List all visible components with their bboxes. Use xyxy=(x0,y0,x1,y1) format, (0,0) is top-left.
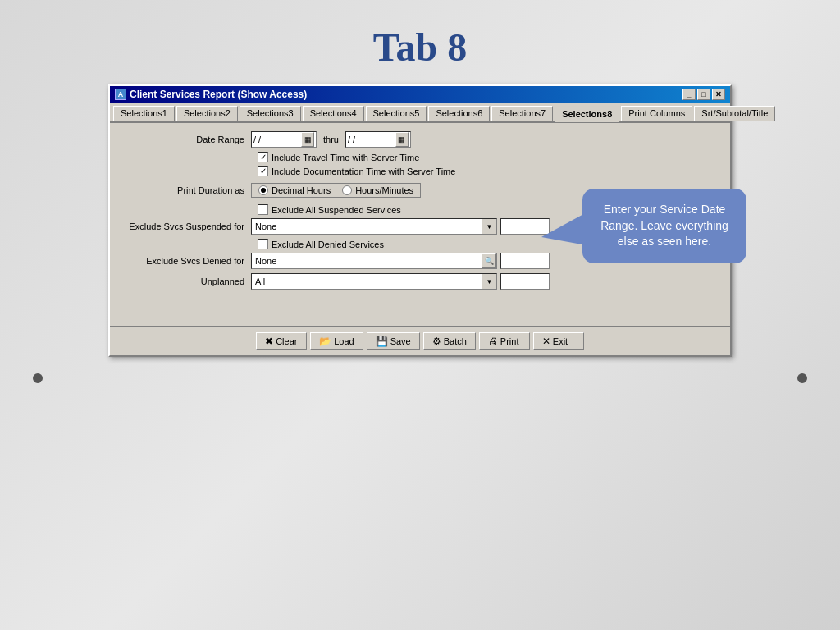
checkbox-travel-time-row: Include Travel Time with Server Time xyxy=(258,152,720,162)
exclude-denied-dropdown[interactable]: None 🔍 xyxy=(251,253,497,269)
checkbox-doc-time-label: Include Documentation Time with Server T… xyxy=(272,167,455,176)
date-from-value: / / xyxy=(253,135,301,144)
window-title: Client Services Report (Show Access) xyxy=(130,89,307,100)
tab-print-columns[interactable]: Print Columns xyxy=(621,106,692,121)
tab-selections6[interactable]: Selections6 xyxy=(428,106,490,121)
exclude-suspended-for-label: Exclude Svcs Suspended for xyxy=(120,221,251,231)
print-button[interactable]: 🖨 Print xyxy=(479,332,530,350)
date-from-picker[interactable]: ▦ xyxy=(301,132,314,147)
exclude-denied-search-btn[interactable]: 🔍 xyxy=(482,253,496,268)
checkbox-travel-time[interactable] xyxy=(258,152,268,162)
tab-selections8[interactable]: Selections8 xyxy=(555,107,619,122)
exit-button[interactable]: ✕ Exit xyxy=(533,332,584,350)
tab-selections1[interactable]: Selections1 xyxy=(113,106,175,121)
bullet-row xyxy=(0,373,840,383)
minimize-button[interactable]: _ xyxy=(682,89,696,100)
exclude-suspended-dropdown[interactable]: None ▼ xyxy=(251,218,497,235)
batch-icon: ⚙ xyxy=(432,336,441,347)
checkbox-doc-time[interactable] xyxy=(258,166,268,176)
radio-decimal-hours-label: Decimal Hours xyxy=(272,185,331,195)
window-controls: _ □ ✕ xyxy=(682,89,725,100)
page-title: Tab 8 xyxy=(373,25,467,70)
print-duration-label: Print Duration as xyxy=(120,185,251,195)
unplanned-extra-field[interactable] xyxy=(500,273,550,290)
app-icon: A xyxy=(115,89,126,100)
date-from-field[interactable]: / / ▦ xyxy=(251,131,317,148)
print-label: Print xyxy=(500,336,519,346)
spacer xyxy=(110,302,730,326)
load-label: Load xyxy=(334,336,354,346)
exit-icon: ✕ xyxy=(542,336,550,347)
save-button[interactable]: 💾 Save xyxy=(367,332,420,350)
bullet-right xyxy=(797,373,807,383)
exclude-denied-extra-field[interactable] xyxy=(500,253,550,269)
checkbox-exclude-suspended-label: Exclude All Suspended Services xyxy=(272,205,401,215)
date-to-value: / / xyxy=(348,135,395,144)
radio-hours-minutes-input[interactable] xyxy=(342,185,352,195)
save-label: Save xyxy=(390,336,411,346)
checkbox-doc-time-row: Include Documentation Time with Server T… xyxy=(258,166,720,176)
exclude-denied-for-label: Exclude Svcs Denied for xyxy=(120,256,251,266)
application-window: A Client Services Report (Show Access) _… xyxy=(108,84,732,357)
exclude-suspended-value: None xyxy=(252,221,482,232)
button-bar: ✖ Clear 📂 Load 💾 Save ⚙ Batch 🖨 Print ✕ … xyxy=(110,326,730,355)
batch-button[interactable]: ⚙ Batch xyxy=(423,332,476,350)
exit-label: Exit xyxy=(553,336,568,346)
load-icon: 📂 xyxy=(319,336,331,347)
unplanned-row: Unplanned All ▼ xyxy=(120,273,720,290)
clear-label: Clear xyxy=(276,336,297,346)
radio-hours-minutes-label: Hours/Minutes xyxy=(355,185,413,195)
checkbox-travel-time-label: Include Travel Time with Server Time xyxy=(272,153,419,162)
checkbox-exclude-suspended[interactable] xyxy=(258,204,268,215)
tab-selections3[interactable]: Selections3 xyxy=(240,106,301,121)
date-to-picker[interactable]: ▦ xyxy=(395,132,409,147)
tab-srt-subtotal[interactable]: Srt/Subtotal/Title xyxy=(694,106,775,121)
exclude-denied-value: None xyxy=(252,255,482,267)
unplanned-value: All xyxy=(252,276,482,287)
balloon-tooltip: Enter your Service Date Range. Leave eve… xyxy=(582,189,746,263)
content-area: Date Range / / ▦ thru / / ▦ Include Trav… xyxy=(110,123,730,302)
thru-label: thru xyxy=(323,135,339,144)
title-bar-left: A Client Services Report (Show Access) xyxy=(115,89,307,100)
unplanned-arrow[interactable]: ▼ xyxy=(482,274,496,289)
tab-selections4[interactable]: Selections4 xyxy=(303,106,364,121)
tab-selections5[interactable]: Selections5 xyxy=(366,106,427,121)
unplanned-dropdown[interactable]: All ▼ xyxy=(251,273,497,290)
date-to-field[interactable]: / / ▦ xyxy=(345,131,411,148)
radio-group-duration: Decimal Hours Hours/Minutes xyxy=(251,183,421,198)
date-range-label: Date Range xyxy=(120,135,251,144)
tabs-row: Selections1 Selections2 Selections3 Sele… xyxy=(110,103,730,123)
unplanned-label: Unplanned xyxy=(120,276,251,286)
title-bar: A Client Services Report (Show Access) _… xyxy=(110,86,730,103)
checkbox-exclude-denied[interactable] xyxy=(258,239,268,249)
clear-button[interactable]: ✖ Clear xyxy=(256,332,307,350)
exclude-suspended-arrow[interactable]: ▼ xyxy=(482,219,496,234)
radio-decimal-hours[interactable]: Decimal Hours xyxy=(258,185,331,195)
radio-decimal-hours-input[interactable] xyxy=(258,185,268,195)
clear-icon: ✖ xyxy=(265,336,273,347)
checkbox-exclude-denied-label: Exclude All Denied Services xyxy=(272,240,384,249)
radio-hours-minutes[interactable]: Hours/Minutes xyxy=(342,185,413,195)
load-button[interactable]: 📂 Load xyxy=(310,332,363,350)
batch-label: Batch xyxy=(444,336,467,346)
bullet-left xyxy=(33,373,43,383)
date-range-row: Date Range / / ▦ thru / / ▦ xyxy=(120,131,720,148)
balloon-text: Enter your Service Date Range. Leave eve… xyxy=(600,203,728,248)
tab-selections2[interactable]: Selections2 xyxy=(176,106,238,121)
save-icon: 💾 xyxy=(376,336,388,347)
print-icon: 🖨 xyxy=(488,336,498,347)
tab-selections7[interactable]: Selections7 xyxy=(491,106,553,121)
close-button[interactable]: ✕ xyxy=(712,89,725,100)
maximize-button[interactable]: □ xyxy=(697,89,710,100)
